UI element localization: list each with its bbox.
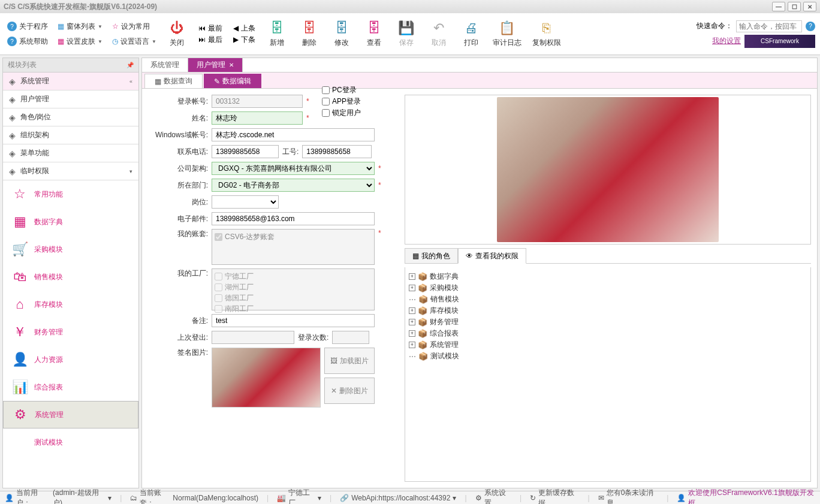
first-icon: ⏮	[198, 24, 206, 32]
right-tab[interactable]: ▦我的角色	[405, 248, 458, 263]
expand-icon[interactable]: +	[409, 330, 415, 337]
empno-input[interactable]	[302, 145, 372, 158]
myfactory-list[interactable]: 宁德工厂湖州工厂德国工厂南阳工厂	[212, 268, 375, 310]
expand-icon[interactable]: +	[409, 342, 415, 348]
app-login-checkbox[interactable]: APP登录	[322, 96, 361, 107]
sidebar-module[interactable]: 测试模块	[3, 428, 138, 456]
sidebar-module[interactable]: 🛍销售模块	[3, 263, 138, 291]
status-settings[interactable]: ⚙ 系统设置	[475, 488, 511, 505]
sidebar-module[interactable]: ⌂库存模块	[3, 291, 138, 318]
subtab[interactable]: ▦数据查询	[144, 74, 203, 88]
status-api: 🔗 WebApi:https://localhost:44392 ▾	[340, 494, 456, 502]
subtab-bar: ▦数据查询✎数据编辑	[141, 72, 818, 89]
view-button[interactable]: 🗄查看	[363, 20, 385, 48]
folder-icon: 📦	[418, 306, 427, 315]
tree-node[interactable]: ⋯📦测试模块	[409, 351, 807, 362]
sidebar-item[interactable]: ◈临时权限▾	[3, 162, 138, 180]
company-select[interactable]: DGXQ - 东莞喜鹊网络科技有限公司	[212, 162, 375, 175]
tree-node[interactable]: +📦数据字典	[409, 271, 807, 282]
help-link[interactable]: ?系统帮助	[5, 35, 50, 48]
post-select[interactable]	[212, 195, 279, 209]
status-msg[interactable]: ✉ 您有0条未读消息	[598, 488, 658, 505]
factory-checkbox[interactable]: 湖州工厂	[215, 282, 372, 292]
minimize-button[interactable]: —	[772, 2, 785, 11]
maximize-button[interactable]: ☐	[788, 2, 801, 11]
dept-select[interactable]: DG02 - 电子商务部	[212, 179, 375, 192]
tab[interactable]: 用户管理✕	[188, 58, 243, 72]
sidebar-module[interactable]: ☆常用功能	[3, 180, 138, 208]
cube-icon: ◈	[9, 77, 16, 86]
nav-next[interactable]: ▶下条	[233, 35, 255, 45]
close-tab-icon[interactable]: ✕	[229, 62, 234, 68]
user-photo	[497, 97, 719, 242]
expand-icon[interactable]: +	[409, 285, 415, 291]
tree-node[interactable]: ⋯📦销售模块	[409, 294, 807, 305]
nav-first[interactable]: ⏮最前	[198, 23, 222, 34]
sidebar-module[interactable]: 📊综合报表	[3, 373, 138, 401]
skin-link[interactable]: ▦设置皮肤▼	[55, 35, 105, 48]
remark-input[interactable]	[212, 314, 375, 327]
lock-user-checkbox[interactable]: 锁定用户	[322, 108, 361, 118]
about-link[interactable]: ?关于程序	[5, 20, 50, 33]
factory-checkbox[interactable]: 南阳工厂	[215, 304, 372, 314]
right-tab[interactable]: 👁查看我的权限	[458, 248, 526, 264]
copy-perm-button[interactable]: ⎘复制权限	[532, 20, 561, 48]
email-input[interactable]	[212, 212, 375, 225]
myacct-list[interactable]: CSV6-达梦账套	[212, 229, 375, 265]
window-list-link[interactable]: ▦窗体列表▼	[55, 20, 105, 33]
main-toolbar: ?关于程序 ▦窗体列表▼ ☆设为常用 ?系统帮助 ▦设置皮肤▼ ◷设置语言▼ ⏻…	[0, 13, 820, 55]
sidebar-item[interactable]: ◈系统管理«	[3, 73, 138, 90]
empno-label: 工号:	[282, 147, 299, 157]
sidebar-module[interactable]: ▦数据字典	[3, 208, 138, 236]
grid-icon: ▦	[58, 22, 64, 31]
status-refresh[interactable]: ↻ 更新缓存数据	[530, 488, 580, 505]
subtab[interactable]: ✎数据编辑	[204, 74, 261, 88]
sidebar-item[interactable]: ◈用户管理	[3, 90, 138, 108]
close-window-button[interactable]: ✕	[803, 2, 816, 11]
my-settings-link[interactable]: 我的设置	[712, 36, 741, 46]
sidebar-module[interactable]: ⚙系统管理	[3, 401, 138, 428]
sidebar-item[interactable]: ◈角色/岗位	[3, 108, 138, 126]
close-button[interactable]: ⏻关闭	[166, 20, 188, 48]
status-factory[interactable]: 🏭 宁德工厂 ▾	[277, 488, 321, 505]
expand-icon[interactable]: +	[409, 319, 415, 325]
sidebar-module[interactable]: ￥财务管理	[3, 318, 138, 346]
login-id-input[interactable]	[212, 95, 303, 108]
tree-node[interactable]: +📦系统管理	[409, 339, 807, 351]
domain-input[interactable]	[212, 128, 375, 141]
quick-cmd-input[interactable]	[736, 20, 802, 32]
tree-node[interactable]: +📦采购模块	[409, 282, 807, 294]
status-user[interactable]: 👤 当前用户：(admin-超级用户) ▾	[5, 488, 111, 505]
edit-button[interactable]: 🗄修改	[331, 20, 352, 48]
pin-icon[interactable]: 📌	[126, 62, 134, 68]
sidebar-item[interactable]: ◈组织架构	[3, 126, 138, 144]
name-input[interactable]	[212, 111, 303, 125]
nav-last[interactable]: ⏭最后	[198, 35, 222, 45]
tree-node[interactable]: +📦库存模块	[409, 305, 807, 316]
sidebar-module[interactable]: 👤人力资源	[3, 346, 138, 373]
phone-input[interactable]	[212, 145, 279, 158]
pc-login-checkbox[interactable]: PC登录	[322, 85, 361, 95]
factory-checkbox[interactable]: 宁德工厂	[215, 271, 372, 282]
add-button[interactable]: 🗄新增	[266, 20, 288, 48]
tree-node[interactable]: +📦综合报表	[409, 328, 807, 339]
factory-checkbox[interactable]: 德国工厂	[215, 293, 372, 303]
load-image-button[interactable]: 🖼 加载图片	[324, 348, 375, 374]
expand-icon[interactable]: +	[409, 273, 415, 280]
delete-button[interactable]: 🗄删除	[299, 20, 320, 48]
tree-node[interactable]: +📦财务管理	[409, 316, 807, 328]
tab[interactable]: 系统管理	[142, 58, 188, 72]
permission-tree[interactable]: +📦数据字典+📦采购模块⋯📦销售模块+📦库存模块+📦财务管理+📦综合报表+📦系统…	[405, 267, 811, 482]
set-common-link[interactable]: ☆设为常用	[110, 20, 152, 33]
sidebar-item[interactable]: ◈菜单功能	[3, 144, 138, 162]
nav-prev[interactable]: ◀上条	[233, 23, 255, 34]
right-tabs: ▦我的角色👁查看我的权限	[405, 248, 811, 264]
cmd-help-icon[interactable]: ?	[806, 22, 815, 31]
audit-button[interactable]: 📋审计日志	[493, 20, 521, 48]
expand-icon[interactable]: +	[409, 307, 415, 314]
lang-link[interactable]: ◷设置语言▼	[110, 35, 159, 48]
sidebar-module[interactable]: 🛒采购模块	[3, 236, 138, 263]
delete-image-button[interactable]: ✕ 删除图片	[324, 378, 375, 404]
print-button[interactable]: 🖨打印	[460, 20, 482, 48]
folder-icon: 📦	[418, 352, 428, 361]
